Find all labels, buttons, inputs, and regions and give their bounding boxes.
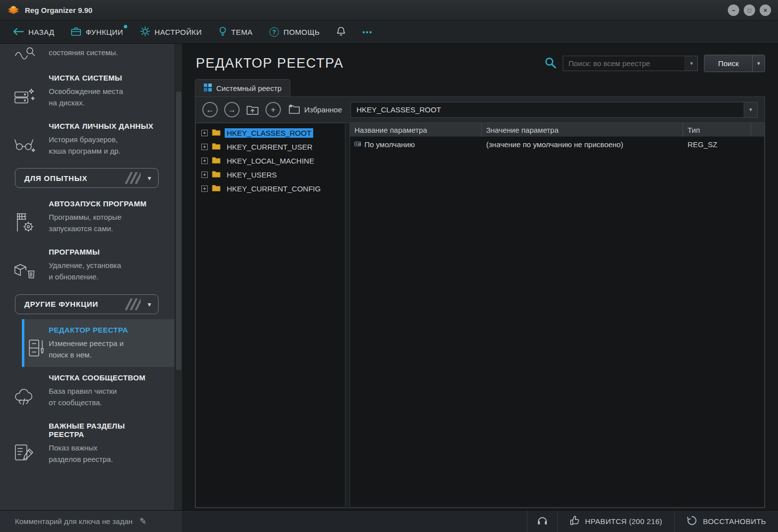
- key-comment-area: Комментарий для ключа не задан ✎: [0, 511, 182, 532]
- search-button-dropdown-arrow[interactable]: ▾: [752, 55, 765, 72]
- favorites-label: Избранное: [304, 105, 342, 114]
- add-key-button[interactable]: +: [265, 102, 281, 117]
- programs-icon: [13, 260, 36, 281]
- disk-cleanup-icon: [13, 86, 36, 107]
- address-input[interactable]: [351, 105, 744, 114]
- system-status-icon: [13, 47, 35, 62]
- back-arrow-icon: [13, 28, 24, 37]
- search-button: Поиск ▾: [704, 55, 765, 72]
- search-button-label[interactable]: Поиск: [704, 55, 752, 72]
- sidebar-item-title: ВАЖНЫЕ РАЗДЕЛЫ РЕЕСТРА: [49, 422, 162, 439]
- sidebar-item-community-cleanup[interactable]: ЧИСТКА СООБЩЕСТВОМ База правил чистки от…: [0, 367, 174, 415]
- sidebar: состояния системы. ЧИСТКА СИСТЕМЫ Освобо…: [0, 44, 182, 510]
- folder-icon: [212, 143, 221, 151]
- search-input[interactable]: [563, 59, 685, 68]
- sidebar-item-system-status[interactable]: состояния системы.: [0, 46, 174, 67]
- status-bar: Комментарий для ключа не задан ✎ НРАВИТС…: [0, 510, 778, 532]
- tree-item-hkey-local-machine[interactable]: + HKEY_LOCAL_MACHINE: [196, 154, 345, 168]
- string-value-icon: [354, 140, 361, 149]
- table-header-row: Название параметра Значение параметра Ти…: [350, 123, 764, 137]
- nav-back-button[interactable]: НАЗАД: [13, 28, 54, 37]
- sidebar-item-description: Программы, которые запускаются сами.: [49, 211, 162, 235]
- chevron-down-icon: ▾: [148, 300, 151, 308]
- restore-icon: [687, 515, 697, 528]
- sidebar-item-programs[interactable]: ПРОГРАММЫ Удаление, установка и обновлен…: [0, 241, 174, 289]
- tree-item-hkey-classes-root[interactable]: + HKEY_CLASSES_ROOT: [196, 126, 345, 140]
- window-controls: − □ ×: [728, 4, 771, 16]
- history-back-button[interactable]: ←: [202, 102, 218, 117]
- column-header-type[interactable]: Тип: [683, 123, 751, 137]
- address-dropdown-arrow[interactable]: ▾: [744, 102, 757, 117]
- tree-item-hkey-current-config[interactable]: + HKEY_CURRENT_CONFIG: [196, 181, 345, 195]
- nav-functions-label: ФУНКЦИИ: [86, 28, 123, 36]
- favorites-folder-star-icon: [287, 103, 300, 116]
- tree-item-label[interactable]: HKEY_CURRENT_USER: [225, 142, 315, 152]
- tree-item-label[interactable]: HKEY_USERS: [225, 170, 279, 179]
- private-data-icon: [13, 134, 36, 155]
- sidebar-scrollbar[interactable]: [174, 44, 182, 510]
- sidebar-item-autostart[interactable]: АВТОЗАПУСК ПРОГРАММ Программы, которые з…: [0, 193, 174, 241]
- folder-icon: [212, 171, 221, 179]
- sidebar-item-registry-editor[interactable]: РЕДАКТОР РЕЕСТРА Изменение реестра и пои…: [22, 319, 174, 367]
- key-comment-text: Комментарий для ключа не задан: [15, 517, 133, 526]
- sidebar-section-advanced[interactable]: ДЛЯ ОПЫТНЫХ ▾: [15, 168, 159, 188]
- registry-editor-icon: [26, 338, 47, 358]
- favorites-button[interactable]: Избранное: [287, 103, 342, 116]
- tab-system-registry[interactable]: Системный реестр: [195, 79, 290, 96]
- tree-item-label[interactable]: HKEY_LOCAL_MACHINE: [225, 156, 316, 166]
- restore-label: ВОССТАНОВИТЬ: [703, 517, 766, 526]
- tab-bar: Системный реестр: [182, 79, 778, 96]
- edit-comment-pencil-icon[interactable]: ✎: [140, 516, 147, 527]
- sidebar-item-system-cleanup[interactable]: ЧИСТКА СИСТЕМЫ Освобождение места на дис…: [0, 67, 174, 115]
- minimize-button[interactable]: −: [728, 4, 739, 16]
- sidebar-item-title: ПРОГРАММЫ: [49, 248, 162, 256]
- search-scope-combobox: ▾: [563, 56, 698, 71]
- like-label: НРАВИТСЯ (200 216): [585, 517, 662, 526]
- folder-up-icon[interactable]: [246, 104, 259, 115]
- registry-tab-icon: [204, 84, 212, 93]
- sidebar-item-important-registry-keys[interactable]: ВАЖНЫЕ РАЗДЕЛЫ РЕЕСТРА Показ важных разд…: [0, 415, 174, 472]
- like-button[interactable]: НРАВИТСЯ (200 216): [557, 511, 674, 532]
- sidebar-item-title: РЕДАКТОР РЕЕСТРА: [49, 326, 163, 334]
- table-row[interactable]: По умолчанию (значение по умолчанию не п…: [350, 137, 764, 152]
- sidebar-item-private-data-cleanup[interactable]: ЧИСТКА ЛИЧНЫХ ДАННЫХ История браузеров, …: [0, 115, 174, 164]
- nav-theme-button[interactable]: ТЕМА: [219, 26, 253, 38]
- tree-item-label[interactable]: HKEY_CLASSES_ROOT: [225, 128, 313, 138]
- page-title: РЕДАКТОР РЕЕСТРА: [196, 56, 344, 71]
- expand-icon[interactable]: +: [201, 130, 208, 136]
- restore-button[interactable]: ВОССТАНОВИТЬ: [674, 511, 778, 532]
- section-label: ДРУГИЕ ФУНКЦИИ: [24, 300, 98, 308]
- support-button[interactable]: [527, 511, 557, 532]
- column-header-value[interactable]: Значение параметра: [482, 123, 683, 137]
- sidebar-scrollbar-thumb[interactable]: [176, 91, 181, 370]
- search-scope-dropdown-arrow[interactable]: ▾: [685, 56, 697, 71]
- notifications-bell-button[interactable]: [337, 26, 346, 38]
- nav-functions-button[interactable]: ФУНКЦИИ: [71, 27, 123, 37]
- close-button[interactable]: ×: [760, 4, 771, 16]
- nav-settings-button[interactable]: НАСТРОЙКИ: [140, 26, 202, 38]
- chevron-down-icon: ▾: [148, 174, 151, 182]
- expand-icon[interactable]: +: [201, 144, 208, 150]
- bell-icon: [337, 26, 346, 38]
- sidebar-item-description: База правил чистки от сообщества.: [49, 385, 162, 409]
- tree-item-label[interactable]: HKEY_CURRENT_CONFIG: [225, 184, 323, 193]
- sidebar-item-description: Показ важных разделов реестра.: [49, 442, 162, 465]
- nav-help-button[interactable]: ? ПОМОЩЬ: [269, 27, 320, 37]
- tree-item-hkey-current-user[interactable]: + HKEY_CURRENT_USER: [196, 140, 345, 154]
- sidebar-item-title: ЧИСТКА СИСТЕМЫ: [49, 74, 162, 82]
- sidebar-item-description: состояния системы.: [49, 47, 162, 63]
- maximize-button[interactable]: □: [744, 4, 755, 16]
- headphones-icon: [536, 515, 548, 528]
- sidebar-section-other-functions[interactable]: ДРУГИЕ ФУНКЦИИ ▾: [15, 294, 159, 314]
- value-data: (значение по умолчанию не присвоено): [486, 140, 623, 149]
- nav-more-button[interactable]: •••: [362, 28, 373, 36]
- tree-item-hkey-users[interactable]: + HKEY_USERS: [196, 168, 345, 181]
- column-header-name[interactable]: Название параметра: [350, 123, 482, 137]
- folder-icon: [212, 129, 221, 137]
- expand-icon[interactable]: +: [201, 185, 208, 192]
- sidebar-item-description: Освобождение места на дисках.: [49, 86, 162, 109]
- history-forward-button[interactable]: →: [224, 102, 240, 117]
- expand-icon[interactable]: +: [201, 172, 208, 178]
- expand-icon[interactable]: +: [201, 158, 208, 164]
- sidebar-item-description: История браузеров, кэша программ и др.: [49, 134, 162, 157]
